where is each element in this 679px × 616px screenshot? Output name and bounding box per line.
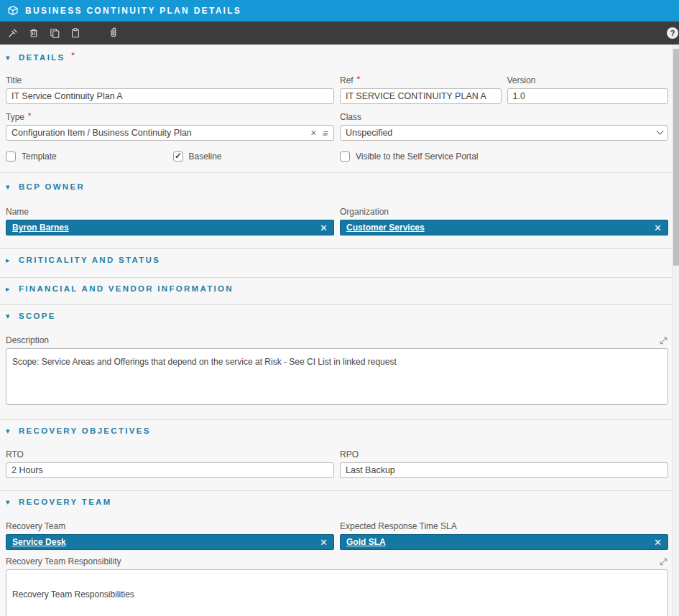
section-header-criticality[interactable]: ▸ CRITICALITY AND STATUS: [6, 255, 668, 266]
section-header-details[interactable]: ▾ DETAILS *: [6, 52, 668, 64]
section-header-financial[interactable]: ▸ FINANCIAL AND VENDOR INFORMATION: [6, 284, 668, 295]
rto-value: 2 Hours: [11, 465, 43, 475]
section-header-recovery-objectives[interactable]: ▾ RECOVERY OBJECTIVES: [6, 426, 668, 437]
baseline-checkbox[interactable]: Baseline: [173, 151, 335, 162]
delete-trash-icon[interactable]: [27, 27, 40, 39]
paste-clipboard-icon[interactable]: [69, 27, 82, 39]
caret-down-icon: ▾: [6, 497, 12, 508]
title-value: IT Service Continuity Plan A: [11, 91, 123, 101]
description-label: Description: [6, 335, 49, 345]
owner-name-chip[interactable]: Byron Barnes ✕: [6, 220, 334, 235]
recovery-team-link[interactable]: Service Desk: [12, 537, 66, 547]
caret-down-icon: ▾: [6, 182, 12, 192]
response-sla-label: Expected Response Time SLA: [340, 521, 457, 531]
owner-name-link[interactable]: Byron Barnes: [12, 223, 69, 233]
section-scope-label: SCOPE: [19, 311, 56, 322]
class-label: Class: [340, 112, 361, 122]
organization-label: Organization: [340, 207, 389, 217]
ref-label: Ref: [340, 75, 354, 85]
version-label: Version: [507, 75, 536, 85]
clear-icon[interactable]: ×: [310, 128, 316, 138]
template-checkbox[interactable]: Template: [6, 151, 167, 162]
response-sla-link[interactable]: Gold SLA: [346, 537, 386, 547]
responsibility-textarea[interactable]: Recovery Team Responsibilities: [6, 569, 668, 616]
name-label: Name: [6, 207, 29, 217]
class-value: Unspecified: [346, 128, 392, 138]
recovery-team-chip[interactable]: Service Desk ✕: [6, 534, 334, 550]
section-bcp-owner-label: BCP OWNER: [19, 182, 85, 192]
caret-right-icon: ▸: [6, 255, 12, 266]
required-asterisk: *: [71, 51, 74, 60]
expand-icon[interactable]: [659, 557, 668, 566]
scrollbar-thumb[interactable]: [673, 49, 679, 266]
pin-icon[interactable]: [6, 27, 19, 39]
clear-icon[interactable]: ✕: [320, 538, 328, 547]
ref-value: IT SERVICE CONTINUITY PLAN A: [346, 91, 486, 101]
caret-down-icon: ▾: [6, 426, 12, 437]
version-value: 1.0: [513, 91, 525, 101]
section-recovery-team-label: RECOVERY TEAM: [19, 497, 112, 508]
clear-icon[interactable]: ✕: [654, 223, 662, 233]
divider: [0, 304, 679, 305]
section-criticality-label: CRITICALITY AND STATUS: [19, 255, 160, 266]
section-header-recovery-team[interactable]: ▾ RECOVERY TEAM: [6, 497, 668, 508]
organization-chip[interactable]: Customer Services ✕: [340, 220, 668, 235]
toolbar: ?: [0, 22, 679, 45]
clear-icon[interactable]: ✕: [320, 223, 328, 233]
template-checkbox-label: Template: [22, 151, 57, 162]
rpo-field[interactable]: Last Backup: [340, 462, 668, 478]
responsibility-label: Recovery Team Responsibility: [6, 556, 121, 566]
checkbox-box[interactable]: [173, 151, 183, 162]
description-value: Scope: Service Areas and Offerings that …: [12, 357, 397, 367]
divider: [0, 419, 679, 420]
expand-icon[interactable]: [659, 336, 668, 345]
form-content: ▾ DETAILS * Title IT Service Continuity …: [0, 52, 679, 616]
checkbox-box[interactable]: [6, 151, 16, 162]
rpo-label: RPO: [340, 449, 359, 459]
section-financial-label: FINANCIAL AND VENDOR INFORMATION: [19, 284, 234, 294]
title-field[interactable]: IT Service Continuity Plan A: [6, 88, 334, 104]
list-picker-icon[interactable]: ≡: [322, 129, 330, 138]
divider: [0, 172, 679, 173]
rto-field[interactable]: 2 Hours: [6, 462, 334, 478]
section-recovery-objectives-label: RECOVERY OBJECTIVES: [19, 426, 151, 437]
visible-portal-checkbox[interactable]: Visible to the Self Service Portal: [340, 151, 668, 162]
page-title: BUSINESS CONTINUITY PLAN DETAILS: [25, 6, 241, 16]
responsibility-value: Recovery Team Responsibilities: [12, 589, 134, 599]
title-label: Title: [6, 75, 22, 85]
caret-down-icon: ▾: [6, 311, 12, 322]
window-title-bar: BUSINESS CONTINUITY PLAN DETAILS: [0, 0, 679, 22]
type-label: Type: [6, 112, 24, 122]
divider: [0, 277, 679, 278]
caret-down-icon: ▾: [6, 52, 12, 63]
section-details-label: DETAILS: [19, 52, 65, 63]
visible-portal-checkbox-label: Visible to the Self Service Portal: [356, 151, 479, 162]
required-asterisk: *: [28, 111, 31, 120]
vertical-scrollbar[interactable]: [672, 45, 679, 616]
baseline-checkbox-label: Baseline: [189, 151, 222, 162]
section-header-bcp-owner[interactable]: ▾ BCP OWNER: [6, 182, 668, 193]
cube-icon: [7, 5, 19, 17]
copy-icon[interactable]: [48, 27, 61, 39]
chevron-down-icon: [657, 127, 664, 134]
description-textarea[interactable]: Scope: Service Areas and Offerings that …: [6, 348, 668, 405]
rto-label: RTO: [6, 449, 24, 459]
type-field[interactable]: Configuration Item / Business Continuity…: [6, 125, 334, 141]
ref-field[interactable]: IT SERVICE CONTINUITY PLAN A: [340, 88, 502, 104]
section-header-scope[interactable]: ▾ SCOPE: [6, 311, 668, 322]
checkbox-box[interactable]: [340, 151, 350, 162]
clear-icon[interactable]: ✕: [654, 538, 662, 547]
response-sla-chip[interactable]: Gold SLA ✕: [340, 534, 668, 550]
attachment-paperclip-icon[interactable]: [107, 27, 120, 39]
class-select[interactable]: Unspecified: [340, 125, 668, 141]
recovery-team-label: Recovery Team: [6, 521, 65, 531]
version-field[interactable]: 1.0: [507, 88, 669, 104]
organization-link[interactable]: Customer Services: [346, 223, 425, 233]
divider: [0, 248, 679, 249]
help-icon[interactable]: ?: [667, 27, 678, 39]
caret-right-icon: ▸: [6, 284, 12, 294]
type-value: Configuration Item / Business Continuity…: [11, 128, 192, 138]
rpo-value: Last Backup: [346, 465, 395, 475]
required-asterisk: *: [357, 75, 360, 83]
divider: [0, 490, 679, 491]
